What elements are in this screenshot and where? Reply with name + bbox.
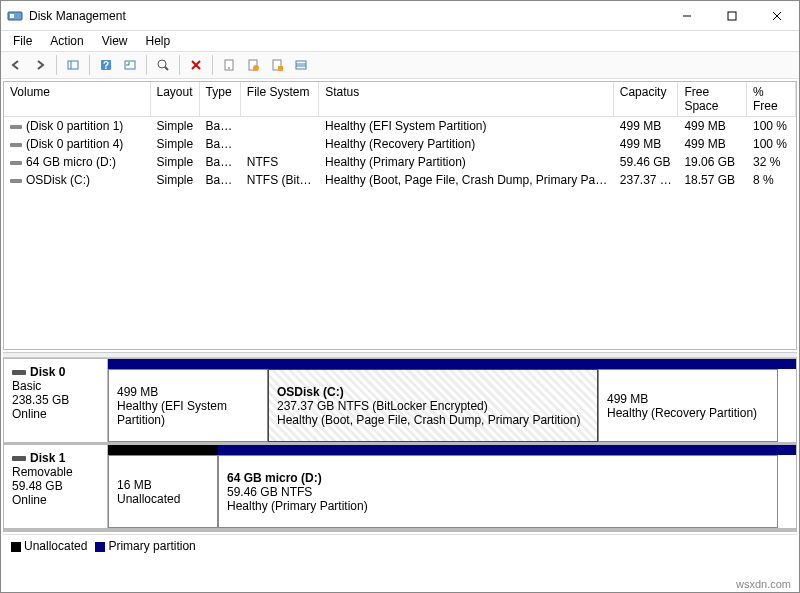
legend-primary: Primary partition [95, 539, 195, 553]
partition-box[interactable]: OSDisk (C:)237.37 GB NTFS (BitLocker Enc… [268, 369, 598, 442]
menu-view[interactable]: View [94, 32, 136, 50]
svg-line-12 [165, 67, 168, 70]
action-button[interactable] [266, 54, 288, 76]
toolbar: ? [1, 51, 799, 79]
column-freespace[interactable]: Free Space [678, 82, 747, 116]
svg-text:?: ? [103, 60, 109, 71]
menu-help[interactable]: Help [138, 32, 179, 50]
column-layout[interactable]: Layout [151, 82, 200, 116]
svg-rect-1 [10, 14, 14, 18]
disk-icon [12, 370, 26, 375]
partition-box[interactable]: 64 GB micro (D:)59.46 GB NTFSHealthy (Pr… [218, 455, 778, 528]
show-hide-button[interactable] [62, 54, 84, 76]
window-title: Disk Management [29, 9, 664, 23]
disk-icon [10, 179, 22, 183]
rescan-button[interactable] [152, 54, 174, 76]
toolbar-separator [56, 55, 57, 75]
legend: Unallocated Primary partition [3, 534, 797, 557]
column-capacity[interactable]: Capacity [614, 82, 679, 116]
close-button[interactable] [754, 1, 799, 30]
menu-file[interactable]: File [5, 32, 40, 50]
title-bar: Disk Management [1, 1, 799, 31]
svg-rect-20 [296, 61, 306, 69]
legend-unallocated: Unallocated [11, 539, 87, 553]
toolbar-separator [212, 55, 213, 75]
partition-box[interactable]: 16 MBUnallocated [108, 455, 218, 528]
watermark: wsxdn.com [736, 578, 791, 590]
disk-icon [10, 143, 22, 147]
menu-action[interactable]: Action [42, 32, 91, 50]
column-type[interactable]: Type [200, 82, 241, 116]
toolbar-separator [179, 55, 180, 75]
refresh-button[interactable] [119, 54, 141, 76]
svg-rect-3 [728, 12, 736, 20]
forward-button[interactable] [29, 54, 51, 76]
volume-list-header: Volume Layout Type File System Status Ca… [4, 82, 796, 117]
column-volume[interactable]: Volume [4, 82, 151, 116]
swatch-navy-icon [95, 542, 105, 552]
partition-box[interactable]: 499 MBHealthy (EFI System Partition) [108, 369, 268, 442]
volume-list-body[interactable]: (Disk 0 partition 1)SimpleBasicHealthy (… [4, 117, 796, 349]
settings-button[interactable] [242, 54, 264, 76]
help-button[interactable]: ? [95, 54, 117, 76]
column-status[interactable]: Status [319, 82, 614, 116]
properties-button[interactable] [218, 54, 240, 76]
svg-point-17 [253, 65, 259, 71]
list-button[interactable] [290, 54, 312, 76]
disk-info[interactable]: Disk 0Basic238.35 GBOnline [4, 359, 108, 442]
disk-row: Disk 1Removable59.48 GBOnline16 MBUnallo… [4, 445, 796, 531]
toolbar-separator [89, 55, 90, 75]
partition-box[interactable]: 499 MBHealthy (Recovery Partition) [598, 369, 778, 442]
svg-rect-6 [68, 61, 78, 69]
window-controls [664, 1, 799, 30]
disk-icon [10, 161, 22, 165]
disk-info[interactable]: Disk 1Removable59.48 GBOnline [4, 445, 108, 528]
disk-partitions: 16 MBUnallocated64 GB micro (D:)59.46 GB… [108, 445, 796, 528]
toolbar-separator [146, 55, 147, 75]
volume-row[interactable]: (Disk 0 partition 1)SimpleBasicHealthy (… [4, 117, 796, 135]
svg-rect-19 [278, 66, 283, 71]
volume-row[interactable]: (Disk 0 partition 4)SimpleBasicHealthy (… [4, 135, 796, 153]
column-pctfree[interactable]: % Free [747, 82, 796, 116]
disk-row: Disk 0Basic238.35 GBOnline499 MBHealthy … [4, 359, 796, 445]
volume-row[interactable]: OSDisk (C:)SimpleBasicNTFS (BitLo...Heal… [4, 171, 796, 189]
disk-icon [10, 125, 22, 129]
disk-graphical-view: Disk 0Basic238.35 GBOnline499 MBHealthy … [3, 358, 797, 532]
minimize-button[interactable] [664, 1, 709, 30]
column-filesystem[interactable]: File System [241, 82, 319, 116]
app-icon [7, 8, 23, 24]
delete-button[interactable] [185, 54, 207, 76]
disk-partitions: 499 MBHealthy (EFI System Partition)OSDi… [108, 359, 796, 442]
menu-bar: File Action View Help [1, 31, 799, 51]
svg-point-11 [158, 60, 166, 68]
volume-row[interactable]: 64 GB micro (D:)SimpleBasicNTFSHealthy (… [4, 153, 796, 171]
back-button[interactable] [5, 54, 27, 76]
maximize-button[interactable] [709, 1, 754, 30]
disk-icon [12, 456, 26, 461]
swatch-black-icon [11, 542, 21, 552]
volume-list: Volume Layout Type File System Status Ca… [3, 81, 797, 350]
